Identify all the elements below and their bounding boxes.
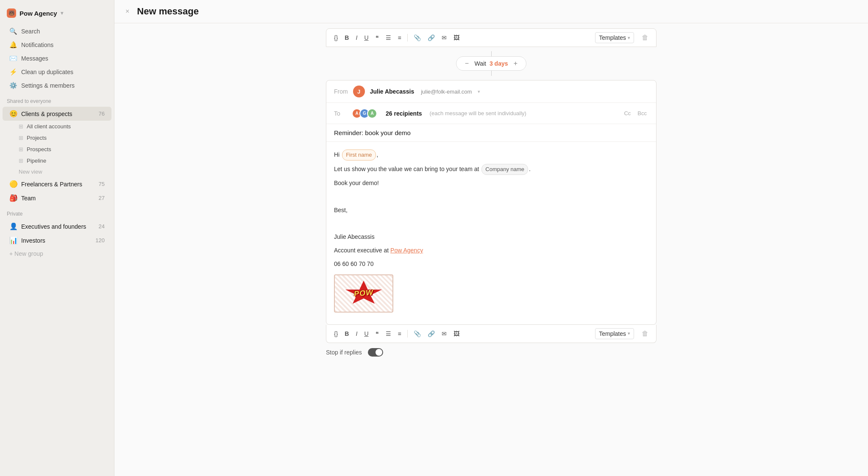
body-book: Book your demo! — [334, 178, 648, 188]
cc-button[interactable]: Cc — [622, 109, 632, 117]
email-card: From J Julie Abecassis julie@folk-email.… — [326, 80, 657, 325]
sidebar-item-label: Notifications — [21, 42, 53, 48]
page-title: New message — [137, 6, 199, 17]
new-view-button[interactable]: New view — [3, 166, 111, 177]
bottom-code-button[interactable]: {} — [331, 329, 340, 339]
app-name: Pow Agency — [19, 10, 57, 17]
company-name-tag[interactable]: Company name — [481, 164, 528, 175]
bottom-delete-button[interactable]: 🗑 — [639, 328, 651, 339]
group-label: Freelancers & Partners — [21, 181, 95, 188]
team-emoji: 🎒 — [9, 194, 18, 202]
bottom-numbered-list-button[interactable]: ≡ — [395, 329, 404, 339]
link-button[interactable]: 🔗 — [425, 33, 437, 43]
bottom-italic-button[interactable]: I — [353, 329, 360, 339]
new-view-label: New view — [19, 169, 42, 175]
bottom-image-button[interactable]: 🖼 — [451, 329, 462, 339]
numbered-list-button[interactable]: ≡ — [395, 33, 404, 43]
new-group-label: + New group — [9, 250, 43, 257]
sidebar-item-search[interactable]: 🔍 Search — [3, 25, 111, 38]
sidebar-sub-prospects[interactable]: ⊞ Prospects — [3, 144, 111, 155]
bottom-templates-dropdown[interactable]: Templates ▾ — [595, 328, 634, 339]
sidebar-sub-projects[interactable]: ⊞ Projects — [3, 132, 111, 144]
bottom-email-link-button[interactable]: ✉ — [439, 329, 449, 339]
group-count: 120 — [95, 237, 105, 244]
bottom-toolbar: {} B I U ❝ ☰ ≡ 📎 🔗 ✉ 🖼 Templates ▾ 🗑 — [326, 325, 657, 343]
subject-text: Reminder: book your demo — [334, 129, 411, 136]
stop-if-replies: Stop if replies — [326, 343, 657, 362]
sub-item-label: Prospects — [27, 146, 51, 152]
toolbar-divider — [407, 34, 408, 42]
body-greeting: Hi First name, — [334, 149, 648, 161]
search-icon: 🔍 — [9, 28, 17, 35]
private-section-label: Private — [0, 205, 114, 219]
delete-button[interactable]: 🗑 — [639, 32, 651, 43]
underline-button[interactable]: U — [362, 33, 371, 43]
bottom-quote-button[interactable]: ❝ — [373, 329, 381, 339]
image-button[interactable]: 🖼 — [451, 33, 462, 43]
from-label: From — [334, 88, 348, 95]
executives-emoji: 👤 — [9, 222, 18, 230]
sidebar-item-settings[interactable]: ⚙️ Settings & members — [3, 79, 111, 92]
wait-section: − Wait 3 days + — [326, 47, 657, 80]
main-content: × New message {} B I U ❝ ☰ ≡ 📎 🔗 ✉ 🖼 Tem… — [114, 0, 868, 476]
sidebar-group-executives[interactable]: 👤 Executives and founders 24 — [3, 219, 111, 233]
investors-emoji: 📊 — [9, 236, 18, 244]
book-text: Book your demo! — [334, 180, 379, 186]
wait-plus-button[interactable]: + — [512, 59, 520, 68]
grid-icon: ⊞ — [19, 123, 23, 130]
composer-section-top: {} B I U ❝ ☰ ≡ 📎 🔗 ✉ 🖼 Templates ▾ 🗑 — [114, 28, 868, 362]
wait-line-bottom — [491, 71, 492, 76]
sidebar-item-notifications[interactable]: 🔔 Notifications — [3, 38, 111, 52]
body-empty2 — [334, 219, 648, 229]
from-name: Julie Abecassis — [370, 88, 415, 95]
bottom-underline-button[interactable]: U — [362, 329, 371, 339]
body-value-line: Let us show you the value we can bring t… — [334, 164, 648, 175]
sidebar-item-label: Messages — [21, 55, 48, 62]
attachment-button[interactable]: 📎 — [411, 33, 423, 43]
app-header[interactable]: 🐻 Pow Agency ▾ — [0, 5, 114, 25]
sidebar-group-clients-prospects[interactable]: 😊 Clients & prospects 76 — [3, 107, 111, 121]
sidebar-sub-all-client-accounts[interactable]: ⊞ All client accounts — [3, 121, 111, 132]
from-dropdown-chevron[interactable]: ▾ — [478, 89, 480, 94]
email-link-button[interactable]: ✉ — [439, 33, 449, 43]
sub-item-label: Pipeline — [27, 158, 46, 164]
bottom-attachment-button[interactable]: 📎 — [411, 329, 423, 339]
sidebar-group-team[interactable]: 🎒 Team 27 — [3, 191, 111, 205]
new-group-button[interactable]: + New group — [3, 247, 111, 260]
sidebar-item-messages[interactable]: ✉️ Messages — [3, 52, 111, 65]
signature-link[interactable]: Pow Agency — [390, 247, 423, 254]
sub-item-label: Projects — [27, 135, 47, 141]
best-text: Best, — [334, 207, 348, 213]
bcc-button[interactable]: Bcc — [636, 109, 648, 117]
bold-button[interactable]: B — [342, 33, 351, 43]
to-field: To A G A 26 recipients (each message wil… — [326, 103, 656, 124]
sidebar-item-clean-duplicates[interactable]: ⚡ Clean up duplicates — [3, 65, 111, 79]
to-recipients: 26 recipients — [386, 110, 422, 117]
close-button[interactable]: × — [123, 7, 132, 16]
bottom-bullet-list-button[interactable]: ☰ — [383, 329, 394, 339]
code-button[interactable]: {} — [331, 33, 340, 43]
app-chevron: ▾ — [61, 10, 63, 16]
email-body[interactable]: Hi First name, Let us show you the value… — [326, 142, 656, 324]
bullet-list-button[interactable]: ☰ — [383, 33, 394, 43]
first-name-tag[interactable]: First name — [342, 149, 376, 161]
from-avatar: J — [353, 86, 365, 97]
sidebar: 🐻 Pow Agency ▾ 🔍 Search 🔔 Notifications … — [0, 0, 114, 476]
cc-bcc-area: Cc Bcc — [622, 109, 648, 117]
body-best: Best, — [334, 205, 648, 216]
quote-button[interactable]: ❝ — [373, 33, 381, 43]
stop-toggle[interactable] — [368, 348, 383, 357]
sidebar-sub-pipeline[interactable]: ⊞ Pipeline — [3, 155, 111, 166]
pow-text: POW — [353, 286, 374, 301]
phone-text: 06 60 60 70 70 — [334, 260, 373, 267]
italic-button[interactable]: I — [353, 33, 360, 43]
sidebar-group-freelancers[interactable]: 🟡 Freelancers & Partners 75 — [3, 177, 111, 191]
bottom-bold-button[interactable]: B — [342, 329, 351, 339]
body-account: Account executive at Pow Agency — [334, 246, 648, 256]
group-label: Team — [21, 195, 95, 202]
sidebar-group-investors[interactable]: 📊 Investors 120 — [3, 233, 111, 247]
bottom-link-button[interactable]: 🔗 — [425, 329, 437, 339]
subject-field[interactable]: Reminder: book your demo — [326, 124, 656, 142]
templates-dropdown[interactable]: Templates ▾ — [595, 32, 634, 43]
wait-minus-button[interactable]: − — [462, 59, 471, 68]
